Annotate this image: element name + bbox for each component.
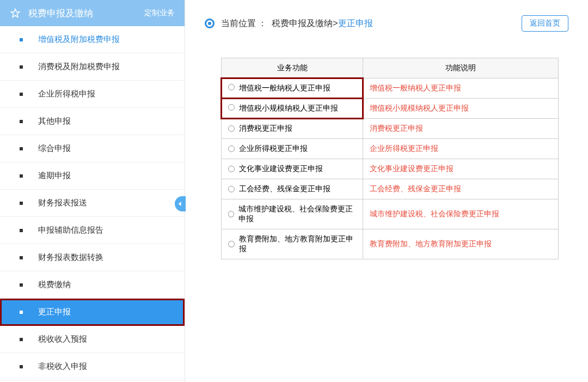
table-row: 城市维护建设税、社会保险费更正申报城市维护建设税、社会保险费更正申报 bbox=[222, 199, 559, 229]
sidebar-item[interactable]: 综合申报 bbox=[0, 135, 185, 162]
sidebar-item[interactable]: 财务报表报送 bbox=[0, 190, 185, 217]
function-cell[interactable]: 消费税更正申报 bbox=[222, 119, 363, 139]
function-cell[interactable]: 企业所得税更正申报 bbox=[222, 139, 363, 159]
svg-marker-1 bbox=[179, 202, 181, 206]
sidebar-item-label: 更正申报 bbox=[38, 307, 71, 317]
sidebar-item-label: 其他申报 bbox=[38, 116, 71, 126]
collapse-tab[interactable] bbox=[175, 196, 186, 211]
sidebar-item[interactable]: 逾期申报 bbox=[0, 162, 185, 190]
sidebar-item-label: 非税收入申报 bbox=[38, 361, 87, 372]
bullet-icon bbox=[20, 311, 23, 314]
radio-icon[interactable] bbox=[228, 241, 235, 247]
bullet-icon bbox=[20, 120, 23, 123]
sidebar-item[interactable]: 税收收入预报 bbox=[0, 326, 185, 353]
sidebar-item[interactable]: 其他申报 bbox=[0, 108, 185, 135]
table-row: 工会经费、残保金更正申报工会经费、残保金更正申报 bbox=[222, 179, 559, 199]
function-label: 工会经费、残保金更正申报 bbox=[239, 184, 330, 194]
breadcrumb-prefix: 当前位置 ： bbox=[221, 18, 267, 29]
sidebar-item[interactable]: 消费税及附加税费申报 bbox=[0, 53, 185, 81]
sidebar-item[interactable]: 税费缴纳 bbox=[0, 271, 185, 299]
sidebar-item[interactable]: 增值税及附加税费申报 bbox=[0, 26, 185, 53]
function-cell[interactable]: 增值税一般纳税人更正申报 bbox=[222, 78, 363, 99]
bullet-icon bbox=[20, 283, 23, 287]
description-cell: 企业所得税更正申报 bbox=[363, 139, 559, 159]
function-cell[interactable]: 工会经费、残保金更正申报 bbox=[222, 179, 363, 199]
function-cell[interactable]: 城市维护建设税、社会保险费更正申报 bbox=[222, 199, 363, 229]
description-cell: 增值税一般纳税人更正申报 bbox=[363, 78, 559, 99]
bullet-icon bbox=[20, 338, 23, 341]
table-row: 文化事业建设费更正申报文化事业建设费更正申报 bbox=[222, 159, 559, 179]
bullet-icon bbox=[20, 229, 23, 232]
function-label: 文化事业建设费更正申报 bbox=[239, 164, 323, 174]
sidebar-item-label: 逾期申报 bbox=[38, 171, 71, 181]
sidebar-item-label: 增值税及附加税费申报 bbox=[38, 34, 120, 45]
sidebar-item-label: 综合申报 bbox=[38, 143, 71, 154]
sidebar-item-label: 申报辅助信息报告 bbox=[38, 225, 103, 235]
star-icon bbox=[10, 8, 21, 19]
description-cell: 消费税更正申报 bbox=[363, 119, 559, 139]
radio-icon[interactable] bbox=[228, 145, 235, 152]
description-cell: 文化事业建设费更正申报 bbox=[363, 159, 559, 179]
radio-icon[interactable] bbox=[228, 84, 235, 90]
radio-icon[interactable] bbox=[228, 166, 235, 172]
table-row: 增值税小规模纳税人更正申报增值税小规模纳税人更正申报 bbox=[222, 99, 559, 119]
bullet-icon bbox=[20, 365, 23, 368]
function-label: 企业所得税更正申报 bbox=[239, 144, 308, 154]
sidebar-item[interactable]: 非税收入申报 bbox=[0, 353, 185, 380]
breadcrumb-section: 税费申报及缴纳 bbox=[272, 18, 333, 29]
radio-icon[interactable] bbox=[228, 186, 235, 192]
sidebar-header: 税费申报及缴纳 定制业务 bbox=[0, 0, 185, 26]
sidebar-custom-action[interactable]: 定制业务 bbox=[144, 8, 175, 18]
description-cell: 增值税小规模纳税人更正申报 bbox=[363, 99, 559, 119]
table-header-description: 功能说明 bbox=[363, 58, 559, 78]
table-row: 消费税更正申报消费税更正申报 bbox=[222, 119, 559, 139]
sidebar-title: 税费申报及缴纳 bbox=[28, 7, 144, 20]
main-content: 当前位置 ： 税费申报及缴纳 > 更正申报 返回首页 业务功能 功能说明 增值税… bbox=[185, 0, 588, 382]
function-cell[interactable]: 文化事业建设费更正申报 bbox=[222, 159, 363, 179]
bullet-icon bbox=[20, 202, 23, 205]
radio-icon[interactable] bbox=[228, 211, 234, 217]
sidebar: 税费申报及缴纳 定制业务 增值税及附加税费申报消费税及附加税费申报企业所得税申报… bbox=[0, 0, 185, 382]
function-label: 增值税一般纳税人更正申报 bbox=[239, 83, 330, 92]
sidebar-item[interactable]: 申报辅助信息报告 bbox=[0, 217, 185, 244]
breadcrumb-sep: > bbox=[333, 19, 338, 28]
bullet-icon bbox=[20, 65, 23, 69]
function-label: 消费税更正申报 bbox=[239, 124, 292, 134]
sidebar-list: 增值税及附加税费申报消费税及附加税费申报企业所得税申报其他申报综合申报逾期申报财… bbox=[0, 26, 185, 380]
radio-icon[interactable] bbox=[228, 125, 235, 132]
sidebar-item-label: 税费缴纳 bbox=[38, 280, 71, 290]
function-cell[interactable]: 教育费附加、地方教育附加更正申报 bbox=[222, 229, 363, 259]
home-button[interactable]: 返回首页 bbox=[522, 15, 568, 32]
function-cell[interactable]: 增值税小规模纳税人更正申报 bbox=[222, 99, 363, 119]
radio-icon[interactable] bbox=[228, 104, 235, 111]
bullet-icon bbox=[20, 147, 23, 150]
breadcrumb: 当前位置 ： 税费申报及缴纳 > 更正申报 bbox=[205, 18, 373, 29]
function-label: 教育费附加、地方教育附加更正申报 bbox=[239, 234, 356, 254]
function-table: 业务功能 功能说明 增值税一般纳税人更正申报增值税一般纳税人更正申报增值税小规模… bbox=[221, 58, 559, 259]
description-cell: 城市维护建设税、社会保险费更正申报 bbox=[363, 199, 559, 229]
description-cell: 教育费附加、地方教育附加更正申报 bbox=[363, 229, 559, 259]
sidebar-item[interactable]: 更正申报 bbox=[0, 299, 185, 326]
table-header-function: 业务功能 bbox=[222, 58, 363, 78]
description-cell: 工会经费、残保金更正申报 bbox=[363, 179, 559, 199]
breadcrumb-current[interactable]: 更正申报 bbox=[338, 18, 373, 29]
bullet-icon bbox=[20, 38, 23, 41]
function-label: 城市维护建设税、社会保险费更正申报 bbox=[238, 204, 356, 224]
sidebar-item-label: 消费税及附加税费申报 bbox=[38, 62, 120, 72]
table-row: 教育费附加、地方教育附加更正申报教育费附加、地方教育附加更正申报 bbox=[222, 229, 559, 259]
sidebar-item[interactable]: 财务报表数据转换 bbox=[0, 244, 185, 271]
sidebar-item-label: 财务报表数据转换 bbox=[38, 252, 103, 263]
bullet-icon bbox=[20, 174, 23, 178]
sidebar-item-label: 财务报表报送 bbox=[38, 198, 87, 208]
location-icon bbox=[205, 19, 215, 28]
breadcrumb-row: 当前位置 ： 税费申报及缴纳 > 更正申报 返回首页 bbox=[205, 15, 568, 32]
bullet-icon bbox=[20, 256, 23, 259]
table-row: 企业所得税更正申报企业所得税更正申报 bbox=[222, 139, 559, 159]
bullet-icon bbox=[20, 93, 23, 96]
table-row: 增值税一般纳税人更正申报增值税一般纳税人更正申报 bbox=[222, 78, 559, 99]
svg-marker-0 bbox=[11, 9, 20, 17]
function-label: 增值税小规模纳税人更正申报 bbox=[239, 104, 338, 112]
sidebar-item-label: 企业所得税申报 bbox=[38, 89, 95, 99]
sidebar-item-label: 税收收入预报 bbox=[38, 334, 87, 344]
sidebar-item[interactable]: 企业所得税申报 bbox=[0, 81, 185, 108]
